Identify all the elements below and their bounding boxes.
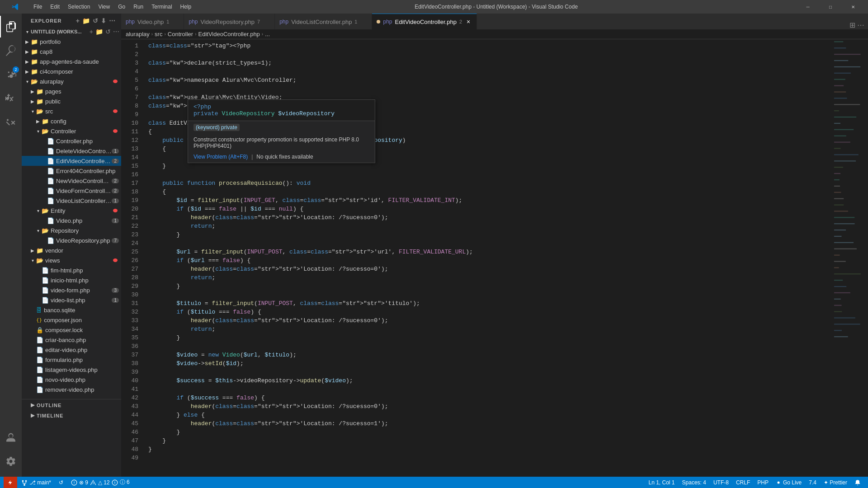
breadcrumb-file[interactable]: EditVideoController.php	[198, 31, 260, 38]
tree-item-NewVideoController.php[interactable]: 📄NewVideoController.p...2	[22, 176, 121, 186]
status-errors[interactable]: ⊗ 9 △ 12 ⓘ 6	[67, 477, 133, 488]
minimize-button[interactable]: ─	[797, 0, 818, 14]
activity-explorer[interactable]	[0, 16, 22, 38]
tree-item-app-agentes[interactable]: ▶📁app-agentes-da-saude	[22, 56, 121, 66]
tree-item-editar-video.php[interactable]: 📄editar-video.php	[22, 345, 121, 355]
tree-item-portfolio[interactable]: ▶📁portfolio	[22, 37, 121, 47]
menu-run[interactable]: Run	[130, 3, 147, 11]
status-line-ending[interactable]: CRLF	[732, 477, 754, 488]
status-go-live[interactable]: Go Live	[772, 477, 805, 488]
tree-item-Entity[interactable]: ▾📂Entity	[22, 206, 121, 216]
status-notifications[interactable]	[851, 477, 864, 488]
tree-item-composer.lock[interactable]: 🔒composer.lock	[22, 325, 121, 335]
tree-item-video-list.php[interactable]: 📄video-list.php1	[22, 295, 121, 305]
tree-item-Video.php[interactable]: 📄Video.php1	[22, 216, 121, 225]
tree-item-label: VideoListController.php	[56, 197, 112, 204]
activity-source-control[interactable]: 2	[0, 64, 22, 85]
tree-item-listagem-videos.php[interactable]: 📄listagem-videos.php	[22, 365, 121, 375]
new-folder-icon[interactable]: 📁	[82, 17, 90, 24]
menu-edit[interactable]: Edit	[47, 3, 63, 11]
tab-editvideo[interactable]: php EditVideoController.php 2 ×	[372, 14, 477, 29]
tree-item-EditVideoController.php[interactable]: 📄EditVideoController.php2	[22, 156, 121, 166]
tab-videorepo[interactable]: php VideoRepository.php 7 ×	[184, 14, 275, 29]
timeline-section[interactable]: ▶ TIMELINE	[22, 410, 121, 420]
tree-item-VideoListController.php[interactable]: 📄VideoListController.php1	[22, 196, 121, 206]
tree-item-vendor[interactable]: ▶📁vendor	[22, 245, 121, 255]
tab-video[interactable]: php Video.php 1 ×	[121, 14, 184, 29]
status-encoding[interactable]: UTF-8	[710, 477, 732, 488]
menu-help[interactable]: Help	[177, 3, 195, 11]
more-ws-icon[interactable]: ⋯	[113, 28, 119, 35]
menu-terminal[interactable]: Terminal	[148, 3, 175, 11]
tree-item-config[interactable]: ▶📁config	[22, 116, 121, 126]
tree-item-cap8[interactable]: ▶📁cap8	[22, 47, 121, 56]
view-problem-link[interactable]: View Problem (Alt+F8)	[193, 154, 248, 160]
tree-item-composer.json[interactable]: {}composer.json	[22, 315, 121, 325]
tree-item-pages[interactable]: ▶📁pages	[22, 86, 121, 96]
tree-item-inicio-html.php[interactable]: 📄inicio-html.php	[22, 275, 121, 285]
tree-item-Controller.php[interactable]: 📄Controller.php	[22, 136, 121, 146]
activity-extensions[interactable]	[0, 112, 22, 133]
menu-selection[interactable]: Selection	[64, 3, 94, 11]
tree-item-src[interactable]: ▾📂src	[22, 106, 121, 116]
status-language[interactable]: PHP	[754, 477, 772, 488]
breadcrumb-controller[interactable]: Controller	[168, 31, 193, 38]
tree-item-views[interactable]: ▾📂views	[22, 255, 121, 265]
breadcrumb-symbol[interactable]: ...	[265, 31, 270, 38]
status-sync[interactable]: ↺	[55, 477, 67, 488]
status-spaces[interactable]: Spaces: 4	[679, 477, 710, 488]
tree-item-label: criar-banco.php	[45, 337, 86, 343]
tree-item-Repository[interactable]: ▾📂Repository	[22, 225, 121, 235]
tree-item-video-form.php[interactable]: 📄video-form.php3	[22, 285, 121, 295]
status-version[interactable]: 7.4	[805, 477, 820, 488]
tree-item-ci4composer[interactable]: ▶📁ci4composer	[22, 66, 121, 76]
line-number: 30	[121, 291, 138, 299]
status-branch[interactable]: ⎇ main*	[18, 477, 55, 488]
more-tabs-icon[interactable]: ⋯	[857, 21, 864, 29]
refresh-ws-icon[interactable]: ↺	[105, 28, 111, 35]
more-actions-icon[interactable]: ⋯	[109, 17, 116, 24]
tree-item-banco.sqlite[interactable]: 🗄banco.sqlite	[22, 305, 121, 315]
status-prettier[interactable]: ✦ Prettier	[820, 477, 851, 488]
breadcrumb-src[interactable]: src	[155, 31, 162, 38]
tree-item-aluraplay[interactable]: ▾📂aluraplay	[22, 76, 121, 86]
menu-go[interactable]: Go	[114, 3, 129, 11]
tree-item-public[interactable]: ▶📁public	[22, 96, 121, 106]
tree-item-criar-banco.php[interactable]: 📄criar-banco.php	[22, 335, 121, 345]
new-file-icon[interactable]: +	[76, 17, 80, 24]
tree-item-DeleteVideoController.php[interactable]: 📄DeleteVideoController...1	[22, 146, 121, 156]
tree-item-VideoRepository.php[interactable]: 📄VideoRepository.php7	[22, 235, 121, 245]
tree-item-novo-video.php[interactable]: 📄novo-video.php	[22, 375, 121, 385]
new-folder-ws-icon[interactable]: 📁	[95, 28, 103, 35]
status-position[interactable]: Ln 1, Col 1	[645, 477, 678, 488]
activity-run-debug[interactable]	[0, 88, 22, 109]
close-button[interactable]: ✕	[843, 0, 863, 14]
tree-item-Controller[interactable]: ▾📂Controller	[22, 126, 121, 136]
tree-item-VideoFormController.php[interactable]: 📄VideoFormController.p...2	[22, 186, 121, 196]
modified-indicator	[113, 209, 118, 212]
tree-item-remover-video.php[interactable]: 📄remover-video.php	[22, 385, 121, 394]
menu-file[interactable]: File	[30, 3, 46, 11]
tab-videolist[interactable]: php VideoListController.php 1 ×	[275, 14, 372, 29]
workspace-root[interactable]: ▾ UNTITLED (WORKS... + 📁 ↺ ⋯	[22, 27, 121, 37]
line-number: 34	[121, 325, 138, 333]
tree-item-fim-html.php[interactable]: 📄fim-html.php	[22, 265, 121, 275]
activity-search[interactable]	[0, 40, 22, 61]
maximize-button[interactable]: □	[820, 0, 841, 14]
breadcrumb-aluraplay[interactable]: aluraplay	[126, 31, 150, 38]
collapse-icon[interactable]: ⬇	[101, 17, 107, 24]
close-tab-icon[interactable]: ×	[465, 18, 472, 25]
status-remote[interactable]	[4, 477, 17, 488]
tree-item-label: VideoRepository.php	[56, 237, 110, 244]
minimap[interactable]	[832, 39, 868, 477]
activity-settings[interactable]	[0, 450, 22, 472]
outline-section[interactable]: ▶ OUTLINE	[22, 399, 121, 410]
menu-view[interactable]: View	[94, 3, 113, 11]
activity-account[interactable]	[0, 427, 22, 448]
tree-item-Error404Controller.php[interactable]: 📄Error404Controller.php	[22, 166, 121, 176]
refresh-icon[interactable]: ↺	[93, 17, 99, 24]
new-file-ws-icon[interactable]: +	[90, 28, 93, 35]
arrow-icon: ▶	[24, 69, 31, 74]
tree-item-formulario.php[interactable]: 📄formulario.php	[22, 355, 121, 365]
split-editor-icon[interactable]: ⊞	[849, 21, 855, 29]
